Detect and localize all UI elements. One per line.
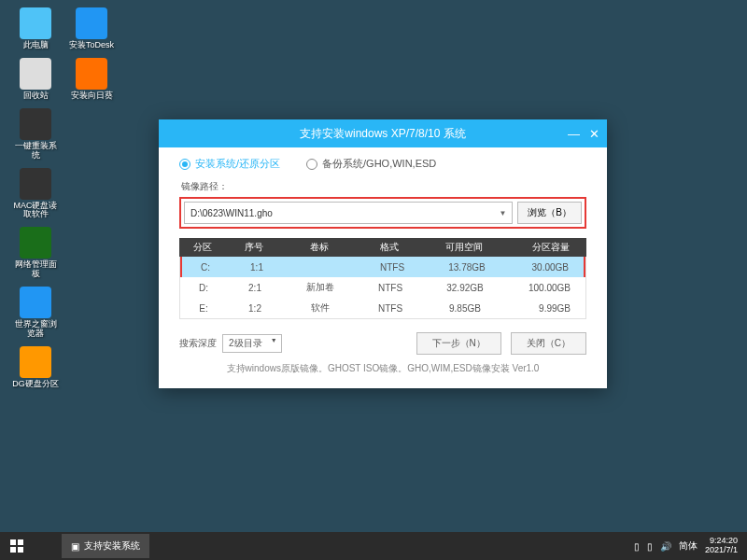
- radio-icon: [179, 159, 190, 170]
- taskbar-app[interactable]: ▣ 支持安装系统: [62, 534, 149, 558]
- close-button[interactable]: 关闭（C）: [511, 332, 586, 355]
- ime-label[interactable]: 简体: [679, 539, 698, 553]
- desktop-icon-b1[interactable]: 安装向日葵: [67, 58, 116, 101]
- tray-network-icon[interactable]: ▯: [647, 541, 653, 552]
- next-button[interactable]: 下一步（N）: [416, 332, 501, 355]
- desktop-icon-1[interactable]: 回收站: [11, 58, 60, 101]
- svg-rect-2: [10, 547, 16, 553]
- titlebar[interactable]: 支持安装windows XP/7/8/10 系统 — ✕: [159, 119, 607, 147]
- tray-up-icon[interactable]: ▯: [634, 541, 640, 552]
- start-button[interactable]: [0, 532, 34, 560]
- box-icon: ▣: [71, 541, 79, 552]
- radio-backup[interactable]: 备份系统/GHO,WIN,ESD: [306, 157, 436, 171]
- taskbar: ▣ 支持安装系统 ▯ ▯ 🔊 简体 9:24:20 2021/7/1: [0, 532, 747, 560]
- search-depth-label: 搜索深度: [179, 337, 217, 350]
- image-path-select[interactable]: D:\0623\WIN11.gho: [184, 202, 513, 224]
- radio-install[interactable]: 安装系统/还原分区: [179, 157, 280, 171]
- app-icon: [20, 346, 51, 378]
- app-icon: [20, 7, 51, 39]
- clock[interactable]: 9:24:20 2021/7/1: [705, 537, 738, 555]
- radio-icon: [306, 159, 317, 170]
- app-icon: [20, 287, 51, 318]
- minimize-icon[interactable]: —: [568, 127, 580, 141]
- search-depth-select[interactable]: 2级目录: [222, 334, 282, 353]
- desktop-icon-b0[interactable]: 安装ToDesk: [67, 7, 116, 50]
- app-icon: [76, 58, 107, 90]
- desktop-icon-5[interactable]: 世界之窗浏览器: [11, 287, 60, 339]
- browse-button[interactable]: 浏览（B）: [517, 202, 582, 224]
- app-icon: [20, 58, 51, 90]
- desktop-icon-3[interactable]: MAC硬盘读取软件: [11, 168, 60, 220]
- desktop-icon-6[interactable]: DG硬盘分区: [11, 346, 60, 389]
- svg-rect-3: [18, 547, 23, 553]
- desktop-icon-2[interactable]: 一键重装系统: [11, 108, 60, 161]
- table-row[interactable]: E:1:2软件NTFS9.85GB9.99GB: [180, 298, 585, 318]
- table-row[interactable]: C:1:1NTFS13.78GB30.00GB: [182, 257, 584, 277]
- path-highlight: D:\0623\WIN11.gho 浏览（B）: [179, 197, 586, 229]
- path-label: 镜像路径：: [181, 180, 586, 193]
- partition-table: 分区 序号 卷标 格式 可用空间 分区容量 C:1:1NTFS13.78GB30…: [179, 238, 586, 319]
- tray-volume-icon[interactable]: 🔊: [660, 541, 671, 552]
- table-header: 分区 序号 卷标 格式 可用空间 分区容量: [179, 238, 586, 257]
- app-icon: [20, 227, 51, 259]
- svg-rect-0: [10, 539, 16, 545]
- window-title: 支持安装windows XP/7/8/10 系统: [300, 126, 465, 142]
- app-icon: [20, 168, 51, 200]
- app-icon: [20, 108, 51, 140]
- desktop-icon-0[interactable]: 此电脑: [11, 7, 60, 50]
- app-icon: [76, 7, 107, 39]
- desktop-icon-4[interactable]: 网络管理面板: [11, 227, 60, 279]
- installer-window: 支持安装windows XP/7/8/10 系统 — ✕ 安装系统/还原分区 备…: [159, 119, 607, 388]
- footer-text: 支持windows原版镜像。GHOST ISO镜像。GHO,WIM,ESD镜像安…: [179, 355, 586, 381]
- table-row[interactable]: D:2:1新加卷NTFS32.92GB100.00GB: [180, 277, 585, 298]
- close-icon[interactable]: ✕: [589, 127, 599, 141]
- svg-rect-1: [18, 539, 23, 545]
